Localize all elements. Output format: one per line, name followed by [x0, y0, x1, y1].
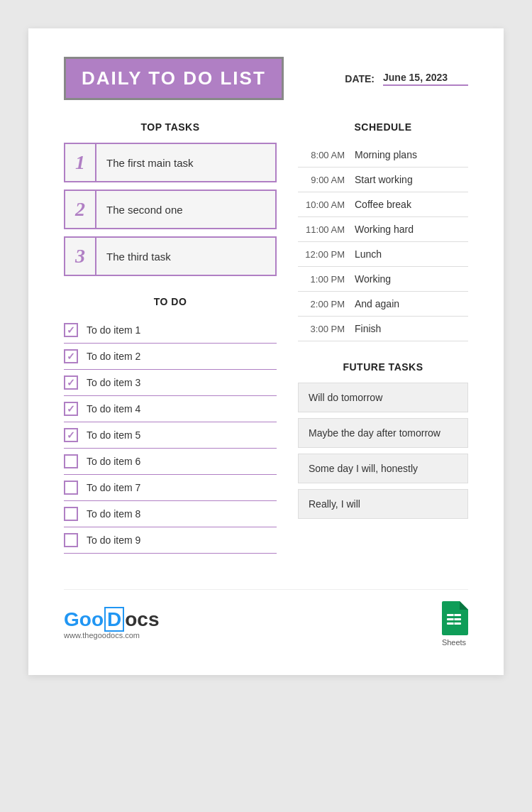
todo-checkbox[interactable] [64, 533, 78, 547]
todo-checkbox[interactable] [64, 507, 78, 521]
todo-label: To do item 8 [87, 508, 140, 520]
schedule-desc: Coffee break [355, 199, 411, 210]
todo-item[interactable]: To do item 8 [64, 501, 277, 527]
todo-label: To do item 7 [87, 482, 140, 493]
future-tasks-title: FUTURE TASKS [298, 361, 468, 373]
todo-item[interactable]: To do item 9 [64, 527, 277, 554]
title-box: DAILY TO DO LIST [64, 57, 284, 100]
date-label: DATE: [345, 73, 375, 84]
task-item: 3 The third task [64, 236, 277, 276]
schedule-time: 1:00 PM [298, 274, 355, 285]
schedule-time: 8:00 AM [298, 150, 355, 160]
future-task-item: Really, I will [298, 489, 468, 519]
todo-label: To do item 2 [87, 351, 140, 362]
todo-list: To do item 1 To do item 2 To do item 3 T… [64, 317, 277, 554]
schedule-row: 12:00 PM Lunch [298, 242, 468, 267]
todo-label: To do item 4 [87, 403, 140, 415]
todo-section: TO DO To do item 1 To do item 2 To do it… [64, 296, 277, 554]
footer: GooDocs www.thegoodocs.com Sheets [64, 589, 468, 647]
todo-checkbox[interactable] [64, 428, 78, 442]
todo-item[interactable]: To do item 3 [64, 370, 277, 396]
todo-checkbox[interactable] [64, 454, 78, 468]
todo-item[interactable]: To do item 7 [64, 475, 277, 501]
todo-item[interactable]: To do item 6 [64, 449, 277, 475]
schedule-list: 8:00 AM Morning plans 9:00 AM Start work… [298, 143, 468, 341]
todo-item[interactable]: To do item 1 [64, 317, 277, 344]
schedule-desc: Finish [355, 323, 381, 334]
main-content: TOP TASKS 1 The first main task 2 The se… [64, 121, 468, 561]
future-tasks-list: Will do tomorrowMaybe the day after tomo… [298, 383, 468, 519]
logo-text: GooDocs [64, 608, 159, 631]
task-text: The first main task [96, 151, 275, 175]
schedule-desc: Start working [355, 174, 413, 185]
sheets-icon-container: Sheets [440, 601, 468, 647]
task-item: 1 The first main task [64, 143, 277, 182]
schedule-time: 2:00 PM [298, 299, 355, 309]
schedule-time: 3:00 PM [298, 324, 355, 334]
schedule-desc: Morning plans [355, 149, 417, 160]
task-text: The second one [96, 198, 275, 221]
todo-checkbox[interactable] [64, 481, 78, 495]
todo-checkbox[interactable] [64, 323, 78, 337]
date-section: DATE: June 15, 2023 [345, 72, 468, 86]
left-column: TOP TASKS 1 The first main task 2 The se… [64, 121, 277, 561]
schedule-row: 10:00 AM Coffee break [298, 192, 468, 217]
todo-label: To do item 1 [87, 324, 140, 336]
future-task-item: Maybe the day after tomorrow [298, 418, 468, 448]
schedule-title: SCHEDULE [298, 121, 468, 133]
sheets-icon [440, 601, 468, 635]
todo-item[interactable]: To do item 4 [64, 396, 277, 422]
future-tasks-section: FUTURE TASKS Will do tomorrowMaybe the d… [298, 361, 468, 519]
schedule-row: 2:00 PM And again [298, 292, 468, 317]
todo-label: To do item 5 [87, 429, 140, 441]
date-value: June 15, 2023 [383, 72, 468, 86]
page: DAILY TO DO LIST DATE: June 15, 2023 TOP… [28, 28, 504, 675]
sheets-label: Sheets [442, 638, 466, 647]
schedule-time: 12:00 PM [298, 249, 355, 260]
todo-title: TO DO [64, 296, 277, 307]
task-number: 2 [65, 191, 96, 228]
schedule-desc: Working hard [355, 224, 414, 235]
header: DAILY TO DO LIST DATE: June 15, 2023 [64, 57, 468, 100]
schedule-time: 11:00 AM [298, 224, 355, 235]
top-tasks-section: TOP TASKS 1 The first main task 2 The se… [64, 121, 277, 276]
todo-item[interactable]: To do item 2 [64, 344, 277, 370]
schedule-desc: And again [355, 298, 399, 309]
right-column: SCHEDULE 8:00 AM Morning plans 9:00 AM S… [298, 121, 468, 561]
todo-item[interactable]: To do item 5 [64, 422, 277, 449]
footer-logo: GooDocs www.thegoodocs.com [64, 608, 159, 640]
schedule-row: 3:00 PM Finish [298, 317, 468, 341]
task-text: The third task [96, 245, 275, 268]
schedule-row: 1:00 PM Working [298, 267, 468, 292]
schedule-row: 8:00 AM Morning plans [298, 143, 468, 168]
task-item: 2 The second one [64, 190, 277, 229]
future-task-item: Will do tomorrow [298, 383, 468, 412]
task-number: 1 [65, 144, 96, 181]
todo-checkbox[interactable] [64, 375, 78, 390]
schedule-time: 10:00 AM [298, 199, 355, 210]
schedule-row: 9:00 AM Start working [298, 168, 468, 192]
top-tasks-list: 1 The first main task 2 The second one 3… [64, 143, 277, 276]
todo-label: To do item 3 [87, 377, 140, 388]
future-task-item: Some day I will, honestly [298, 454, 468, 483]
schedule-desc: Working [355, 273, 391, 285]
footer-url: www.thegoodocs.com [64, 631, 159, 640]
schedule-section: SCHEDULE 8:00 AM Morning plans 9:00 AM S… [298, 121, 468, 341]
todo-checkbox[interactable] [64, 402, 78, 416]
task-number: 3 [65, 238, 96, 275]
schedule-time: 9:00 AM [298, 175, 355, 185]
todo-checkbox[interactable] [64, 349, 78, 363]
schedule-desc: Lunch [355, 248, 382, 260]
top-tasks-title: TOP TASKS [64, 121, 277, 133]
todo-label: To do item 6 [87, 456, 140, 467]
schedule-row: 11:00 AM Working hard [298, 217, 468, 242]
todo-label: To do item 9 [87, 534, 140, 546]
page-title: DAILY TO DO LIST [82, 67, 266, 89]
